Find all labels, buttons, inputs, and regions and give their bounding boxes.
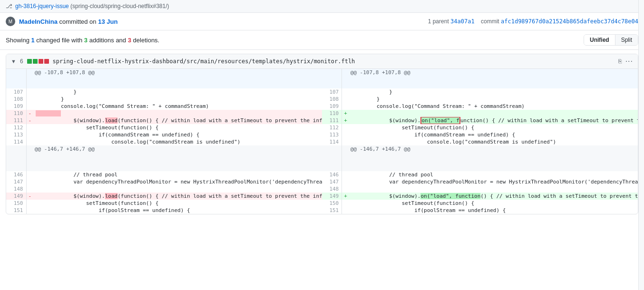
commit-hash-link[interactable]: afc1d989767d0a21524b865dafeebc37d4c78e04: [501, 18, 638, 25]
left-sign-151: [26, 207, 33, 214]
parent-hash-link[interactable]: 34a07a1: [450, 18, 475, 25]
file-count: 6: [20, 58, 23, 65]
expander-right-lnum: [322, 145, 342, 171]
right-sign-147: [342, 178, 349, 185]
username-link[interactable]: MadeInChina: [19, 18, 58, 25]
left-sign-109: [26, 103, 33, 110]
diff-row-108: 108 } 108 }: [6, 96, 638, 103]
diff-row-150: 150 setTimeout(function() { 150 setTimeo…: [6, 200, 638, 207]
unified-button[interactable]: Unified: [584, 35, 615, 45]
hunk-expand-left[interactable]: ⇕: [6, 69, 26, 88]
hunk-expand-right[interactable]: [322, 69, 342, 88]
right-code-107: }: [349, 88, 638, 96]
expander-right-sign: [342, 145, 349, 171]
right-linenum-147: 147: [322, 178, 342, 185]
left-code-149: $(window).load(function() { // within lo…: [33, 193, 322, 200]
right-code-111: $(window).on("load", function() { // wit…: [349, 117, 638, 124]
left-sign-148: [26, 185, 33, 193]
right-code-146: // thread pool: [349, 171, 638, 178]
right-sign-146: [342, 171, 349, 178]
right-linenum-108: 108: [322, 96, 342, 103]
right-code-110: [349, 110, 638, 117]
right-code-147: var dependencyThreadPoolMonitor = new Hy…: [349, 178, 638, 185]
right-code-148: [349, 185, 638, 193]
split-button[interactable]: Split: [615, 35, 638, 45]
commit-meta-text: MadeInChina committed on 13 Jun: [19, 18, 117, 25]
expander-right-code: @@ -146,7 +146,7 @@: [349, 145, 638, 171]
date-link[interactable]: 13 Jun: [98, 18, 117, 25]
right-linenum-114: 114: [322, 138, 342, 145]
left-sign-111: -: [26, 117, 33, 124]
diff-row-109: 109 console.log("Command Stream: " + com…: [6, 103, 638, 110]
left-code-109: console.log("Command Stream: " + command…: [33, 103, 322, 110]
diff-row-114: 114 console.log("commandStream is undefi…: [6, 138, 638, 145]
left-linenum-111: 111: [6, 117, 26, 124]
left-sign-114: [26, 138, 33, 145]
diff-content: ⇕ @@ -107,8 +107,8 @@ @@ -107,8 +107,8 @…: [6, 69, 638, 214]
diff-row-148: 148 148: [6, 185, 638, 193]
left-sign-147: [26, 178, 33, 185]
branch-link[interactable]: gh-3816-jquery-issue (spring-cloud/sprin…: [15, 3, 169, 10]
branch-icon: ⎇: [6, 3, 12, 10]
left-code-111: $(window).load(function() { // within lo…: [33, 117, 322, 124]
right-linenum-110: 110: [322, 110, 342, 117]
diff-row-113: 113 if(commandStream == undefined) { 113…: [6, 131, 638, 138]
right-sign-110: +: [342, 110, 349, 117]
right-linenum-112: 112: [322, 124, 342, 131]
file-path: spring-cloud-netflix-hystrix-dashboard/s…: [53, 58, 355, 65]
left-linenum-107: 107: [6, 88, 26, 96]
right-code-151: if(poolStream == undefined) {: [349, 207, 638, 214]
right-linenum-151: 151: [322, 207, 342, 214]
sq-red-2: [44, 59, 49, 64]
hunk-sign-left: [26, 69, 33, 88]
file-actions: ⎘ ···: [618, 57, 633, 66]
scrollbar[interactable]: [638, 0, 644, 290]
expander-left-code: @@ -146,7 +146,7 @@: [33, 145, 322, 171]
left-sign-112: [26, 124, 33, 131]
right-sign-149: +: [342, 193, 349, 200]
diff-row-151: 151 if(poolStream == undefined) { 151 if…: [6, 207, 638, 214]
right-linenum-150: 150: [322, 200, 342, 207]
left-linenum-146: 146: [6, 171, 26, 178]
file-toggle[interactable]: ▼: [11, 58, 16, 64]
changed-count[interactable]: 1: [31, 37, 35, 44]
left-code-146: // thread pool: [33, 171, 322, 178]
right-sign-108: [342, 96, 349, 103]
left-linenum-150: 150: [6, 200, 26, 207]
left-linenum-108: 108: [6, 96, 26, 103]
top-bar: ⎇ gh-3816-jquery-issue (spring-cloud/spr…: [0, 0, 644, 13]
file-header: ▼ 6 spring-cloud-netflix-hystrix-dashboa…: [6, 54, 638, 69]
right-sign-148: [342, 185, 349, 193]
left-sign-149: -: [26, 193, 33, 200]
right-linenum-149: 149: [322, 193, 342, 200]
expander-left-sign: [26, 145, 33, 171]
right-code-113: if(commandStream == undefined) {: [349, 131, 638, 138]
left-sign-108: [26, 96, 33, 103]
left-code-110: [33, 110, 322, 117]
inline-add-on-149: on("load", function: [420, 193, 480, 199]
dots-menu[interactable]: ···: [625, 57, 633, 66]
file-block: ▼ 6 spring-cloud-netflix-hystrix-dashboa…: [6, 54, 638, 214]
left-code-147: var dependencyThreadPoolMonitor = new Hy…: [33, 178, 322, 185]
right-code-109: console.log("Command Stream: " + command…: [349, 103, 638, 110]
left-code-112: setTimeout(function() {: [33, 124, 322, 131]
right-code-114: console.log("commandStream is undefined"…: [349, 138, 638, 145]
avatar: M: [6, 17, 15, 26]
right-sign-150: [342, 200, 349, 207]
left-code-107: }: [33, 88, 322, 96]
left-code-108: }: [33, 96, 322, 103]
commit-hash-area: 1 parent 34a07a1 commit afc1d989767d0a21…: [428, 18, 638, 25]
right-sign-109: [342, 103, 349, 110]
left-sign-150: [26, 200, 33, 207]
highlighted-on-load: on("load", f: [420, 117, 460, 124]
diff-row-111: 111 - $(window).load(function() { // wit…: [6, 117, 638, 124]
expander-left-lnum[interactable]: ⇕ ↕: [6, 145, 26, 171]
right-code-108: }: [349, 96, 638, 103]
right-code-112: setTimeout(function() {: [349, 124, 638, 131]
commit-header: M MadeInChina committed on 13 Jun 1 pare…: [0, 13, 644, 30]
sq-red-1: [39, 59, 43, 64]
copy-icon[interactable]: ⎘: [618, 58, 622, 65]
inline-del-load-149: load: [105, 193, 118, 199]
files-count-text: Showing 1 changed file with 3 additions …: [6, 37, 159, 44]
left-code-151: if(poolStream == undefined) {: [33, 207, 322, 214]
